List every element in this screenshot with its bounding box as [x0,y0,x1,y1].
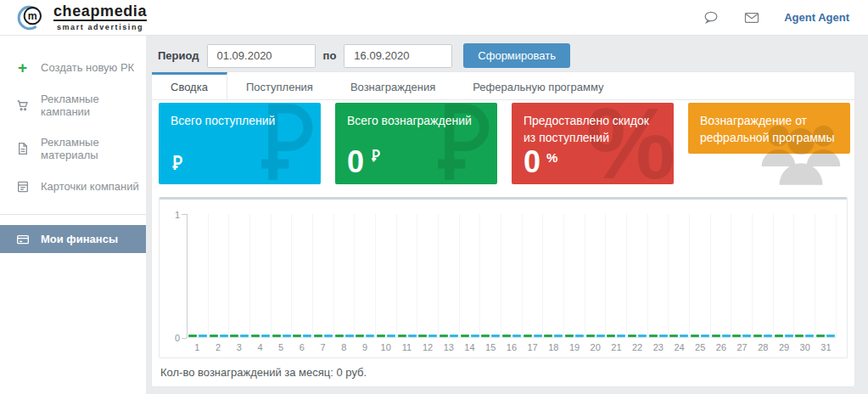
chat-icon[interactable] [703,9,720,26]
user-menu-link[interactable]: Agent Agent [784,11,849,24]
chart-bars [753,335,773,337]
card-value-number: 0 [524,149,540,176]
chart-day-column [188,214,209,338]
x-axis-tick-label: 9 [355,342,376,352]
chart-day-column [229,214,250,338]
chart-bar-series-1 [356,335,364,337]
tab-rewards[interactable]: Вознаграждения [332,72,454,99]
chart-bars [815,335,836,337]
chart-bar-series-1 [753,335,762,337]
chart-bar-series-2 [240,335,249,337]
sidebar-item-label: Мои финансы [41,233,118,245]
chart-bar-series-2 [471,335,479,337]
chart-bars [397,335,417,337]
chart-bars [250,335,271,337]
chart-bar-series-1 [461,335,469,337]
chart-bars [355,335,375,337]
chart-bar-series-2 [387,335,395,337]
chart-bar-series-1 [210,335,218,337]
x-axis-tick-label: 6 [292,342,313,352]
plus-icon: + [15,60,30,75]
generate-report-button[interactable]: Сформировать [463,43,570,68]
chart-bars [774,335,794,337]
card-value-unit: % [546,150,557,165]
sidebar-item-campaigns[interactable]: Рекламные кампании [0,86,146,125]
chart-bar-series-1 [502,335,511,337]
x-axis-tick-label: 16 [501,342,523,352]
stat-card-total-incomes: Всего поступлений [159,103,321,184]
chart-bar-series-2 [638,335,647,337]
chart-day-column [711,214,732,338]
chart-day-column [272,214,293,338]
chart-bar-series-1 [524,335,532,337]
chart-day-column [564,214,585,338]
x-axis-tick-label: 31 [815,342,837,352]
chart-day-column [397,214,418,338]
chart-day-column [334,214,356,338]
chart-plot [187,214,837,338]
chart-day-column [250,214,272,338]
chart-bar-series-1 [669,335,678,337]
stat-card-discounts: Предоставлено скидок из поступлений0%% [512,103,674,184]
chart-bar-series-1 [418,335,427,337]
chart-bars [543,335,563,337]
sidebar-item-label: Рекламные материалы [41,136,141,161]
card-title: Предоставлено скидок из поступлений [524,113,662,146]
x-axis-tick-label: 17 [522,342,543,352]
chart-day-column [480,214,501,338]
chart-bar-series-1 [230,335,238,337]
chart-bars [313,335,333,337]
x-axis-tick-label: 11 [396,342,417,352]
x-axis-tick-label: 3 [228,342,249,352]
tab-referral[interactable]: Реферальную программу [454,72,622,99]
chart-bars [627,335,647,337]
tab-summary[interactable]: Сводка [152,72,227,99]
chart-bars [460,335,480,337]
chart-day-column [627,214,648,338]
x-axis-tick-label: 4 [249,342,271,352]
sidebar-item-create-campaign[interactable]: +Создать новую РК [0,53,146,82]
chart-day-column [439,214,460,338]
sidebar-item-finances[interactable]: Мои финансы [0,225,146,253]
sidebar-item-materials[interactable]: Рекламные материалы [0,129,146,168]
document-icon [15,142,30,156]
period-label: Период [158,49,199,62]
x-axis-tick-label: 21 [606,342,627,352]
x-axis-tick-label: 13 [438,342,459,352]
card-value: 0 [347,149,380,176]
sidebar-item-label: Создать новую РК [41,61,134,74]
mail-icon[interactable] [743,9,760,26]
chart-bars [480,335,501,337]
chart-bar-series-1 [691,335,699,337]
sidebar-item-company-cards[interactable]: Карточки компаний [0,172,146,200]
y-axis-tick-label-min: 0 [165,333,180,343]
chart-day-column [794,214,815,338]
topbar: m cheapmedia smart advertising Agent Age… [0,0,868,36]
chart-bar-series-1 [440,335,448,337]
cart-icon [15,98,30,113]
chart-bars [209,335,229,337]
chart-bars [606,335,626,337]
chart-day-column [209,214,230,338]
x-axis-tick-label: 19 [564,342,585,352]
chart-bar-series-1 [272,335,281,337]
chart-bar-series-2 [408,335,417,337]
chart-bar-series-1 [544,335,552,337]
period-from-input[interactable] [207,44,316,68]
chart-bar-series-2 [366,335,374,337]
chart-day-column [523,214,544,338]
period-to-input[interactable] [344,44,452,68]
chart-bars [376,335,396,337]
ruble-sign-icon [370,149,380,162]
brand-tagline: smart advertising [57,23,143,31]
stat-card-total-rewards: Всего вознаграждений0 [335,103,497,184]
chart-bar-series-1 [335,335,344,337]
tab-incomes[interactable]: Поступления [227,72,332,99]
x-axis-tick-label: 20 [585,342,606,352]
brand-logo[interactable]: m cheapmedia smart advertising [14,3,147,33]
card-value: 0% [524,149,557,176]
chart-bar-series-2 [324,335,333,337]
chart-day-column [606,214,627,338]
chart-bar-series-2 [701,335,709,337]
chart-bar-series-1 [712,335,720,337]
